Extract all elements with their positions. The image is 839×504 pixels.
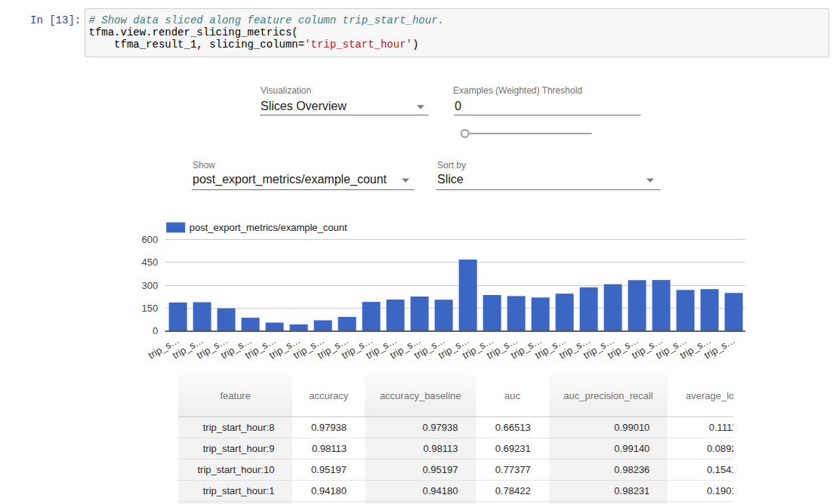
svg-text:post_export_metrics/example_co: post_export_metrics/example_count [193,173,387,186]
svg-text:600: 600 [141,234,158,245]
svg-text:post_export_metrics/example_co: post_export_metrics/example_count [190,222,347,233]
svg-text:Show: Show [193,160,215,171]
svg-text:Slices Overview: Slices Overview [261,100,347,112]
svg-text:Examples (Weighted) Threshold: Examples (Weighted) Threshold [453,85,582,96]
svg-text:300: 300 [141,280,158,291]
svg-text:0: 0 [153,325,158,337]
svg-text:Sort by: Sort by [437,160,466,171]
svg-text:Slice: Slice [437,173,464,186]
svg-text:450: 450 [141,257,158,268]
svg-text:0: 0 [455,100,461,112]
svg-text:150: 150 [141,303,158,314]
svg-text:Visualization: Visualization [261,85,311,96]
